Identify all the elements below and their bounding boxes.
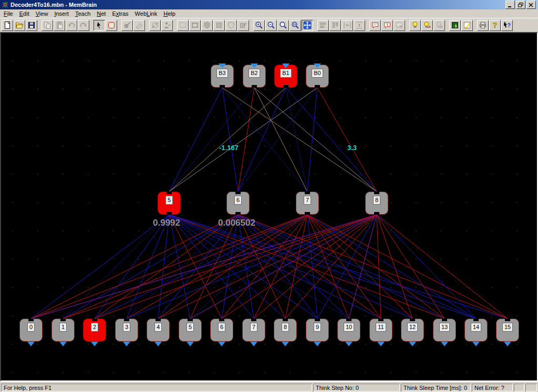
neuron-4[interactable]: 4 (147, 319, 170, 342)
selection-extra-5-icon (227, 21, 235, 29)
menu-net[interactable]: Net (94, 10, 109, 17)
neuron-2[interactable]: 2 (83, 319, 106, 342)
toolbar-new-button[interactable] (2, 20, 13, 31)
neuron-15[interactable]: 15 (496, 319, 519, 342)
menu-teach[interactable]: Teach (72, 10, 94, 17)
restore-button[interactable] (516, 1, 525, 9)
neuron-label: 8 (373, 196, 380, 205)
network-canvas[interactable]: -1.1673.30.99920.006502B3B2B1B0567801234… (0, 32, 538, 382)
delete-link-tool-icon (135, 21, 143, 29)
toolbar-pan-tool-button[interactable] (302, 20, 313, 31)
link-stub (374, 192, 379, 194)
neuron-label: 7 (250, 323, 257, 332)
neuron-3[interactable]: 3 (115, 319, 138, 342)
toolbar-selection-extra-3-button (201, 20, 213, 31)
think-step-icon (411, 21, 419, 29)
toolbar-save-button[interactable] (26, 20, 37, 31)
output-arrow-icon (282, 342, 289, 346)
neuron-13[interactable]: 13 (433, 319, 456, 342)
close-button[interactable] (526, 1, 536, 9)
redo-icon (79, 21, 88, 29)
status-pane-2: Net Error: ? (472, 384, 513, 391)
menu-weblink[interactable]: WebLink (132, 10, 161, 17)
toolbar-selection-extra-2-button (189, 20, 201, 31)
membrain-window: Decoder4To16.mbn - MemBrain FileEditView… (0, 0, 538, 392)
lesson-editor-icon: 1 (451, 21, 459, 29)
neuron-label: B2 (249, 69, 260, 78)
toolbar-draw-link-tool-button (121, 20, 133, 31)
toolbar-help-button[interactable]: ? (489, 20, 501, 31)
toolbar-comment-warning-button[interactable]: ! (381, 20, 393, 31)
input-arrow-icon (314, 63, 321, 68)
toolbar-comment-delete-button (394, 20, 405, 31)
link-stub (505, 319, 510, 321)
svg-text:!: ! (387, 23, 388, 27)
neuron-7[interactable]: 7 (296, 192, 319, 215)
neuron-8[interactable]: 8 (274, 319, 297, 342)
menu-edit[interactable]: Edit (16, 10, 33, 17)
toolbar-zoom-in-button[interactable] (253, 20, 265, 31)
neuron-B2[interactable]: B2 (243, 65, 266, 88)
neuron-label: 6 (218, 323, 225, 332)
toolbar-zoom-fit-button[interactable] (289, 20, 301, 31)
selection-extra-6-icon (239, 21, 247, 29)
neuron-5[interactable]: 5 (179, 319, 202, 342)
menu-insert[interactable]: Insert (51, 10, 72, 17)
toolbar-undo-button (66, 20, 77, 31)
neuron-6[interactable]: 6 (226, 192, 250, 215)
neuron-7[interactable]: 7 (242, 319, 265, 342)
status-help-text: For Help, press F1 (1, 384, 312, 391)
toolbar-transfer-function-button[interactable] (461, 20, 473, 31)
menu-view[interactable]: View (33, 10, 51, 17)
neuron-B3[interactable]: B3 (211, 65, 234, 88)
neuron-label: 15 (502, 323, 513, 332)
toolbar-open-button[interactable] (14, 20, 25, 31)
neuron-11[interactable]: 11 (369, 319, 392, 342)
activation-label: 0.006502 (218, 218, 255, 228)
toolbar-lesson-editor-button[interactable]: 1 (449, 20, 461, 31)
toolbar-start-thinking-button[interactable] (421, 20, 433, 31)
menu-help[interactable]: Help (160, 10, 179, 17)
toolbar-selection-extra-4-button (213, 20, 225, 31)
neuron-1[interactable]: 1 (51, 319, 75, 342)
neuron-14[interactable]: 14 (464, 319, 488, 342)
neuron-12[interactable]: 12 (401, 319, 424, 342)
title-bar: Decoder4To16.mbn - MemBrain (0, 0, 538, 9)
undo-icon (67, 21, 76, 29)
menu-extras[interactable]: Extras (109, 10, 131, 17)
neuron-label: 7 (304, 196, 311, 205)
neuron-label: 0 (27, 323, 35, 332)
comment-warning-icon: ! (383, 21, 391, 29)
toolbar-think-step-button[interactable] (409, 20, 421, 31)
link-stub (124, 319, 129, 321)
toolbar-copy-button (42, 20, 53, 31)
toolbar-zoom-out-button[interactable] (265, 20, 277, 31)
toolbar-paste-button (54, 20, 65, 31)
toolbar-print-button[interactable] (477, 20, 489, 31)
output-arrow-icon (27, 342, 35, 346)
neuron-B0[interactable]: B0 (306, 65, 329, 88)
neuron-6[interactable]: 6 (210, 319, 233, 342)
neuron-5[interactable]: 5 (158, 192, 181, 215)
link-stub (167, 212, 172, 215)
toolbar-insert-neuron-tool-button[interactable] (106, 20, 117, 31)
link-stub (92, 319, 97, 321)
menu-file[interactable]: File (1, 10, 16, 17)
toolbar-context-help-button[interactable]: ? (501, 20, 513, 31)
neuron-9[interactable]: 9 (306, 319, 329, 342)
toolbar-redo-button (78, 20, 89, 31)
toolbar-comment-button[interactable] (369, 20, 381, 31)
toolbar-select-tool-button[interactable] (94, 20, 105, 31)
neuron-8[interactable]: 8 (365, 192, 388, 215)
toolbar-zoom-normal-button[interactable] (277, 20, 289, 31)
neuron-label: B0 (312, 69, 323, 78)
neuron-label: 6 (234, 196, 242, 205)
menu-bar: FileEditViewInsertTeachNetExtrasWebLinkH… (0, 9, 538, 18)
toolbar-extract-tool-button (161, 20, 173, 31)
minimize-button[interactable] (505, 1, 515, 9)
neuron-0[interactable]: 0 (19, 319, 43, 342)
extract-tool-icon (163, 21, 171, 29)
link-stub (167, 192, 172, 194)
neuron-B1[interactable]: B1 (274, 65, 297, 88)
neuron-10[interactable]: 10 (337, 319, 360, 342)
